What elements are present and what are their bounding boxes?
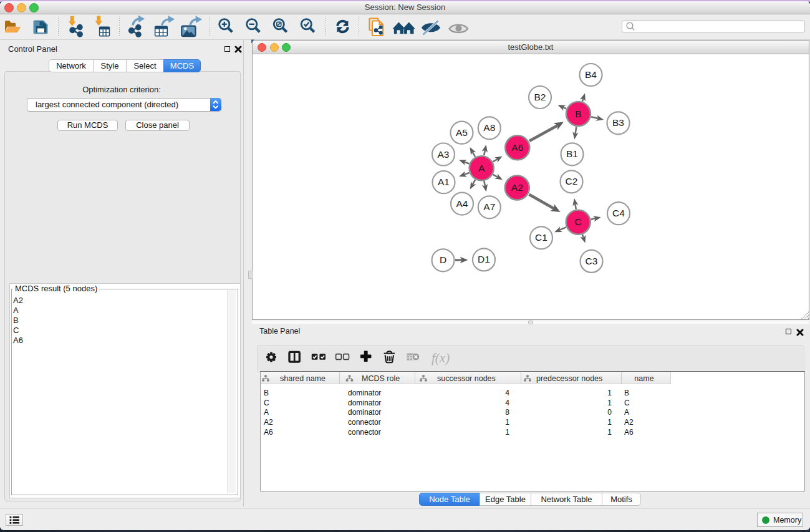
svg-text:A8: A8	[483, 122, 495, 133]
svg-text:4: 4	[505, 389, 509, 397]
svg-text:B: B	[624, 389, 629, 397]
svg-text:dominator: dominator	[348, 399, 381, 407]
svg-text:predecessor nodes: predecessor nodes	[536, 374, 602, 383]
svg-text:4: 4	[505, 399, 509, 407]
svg-text:dominator: dominator	[348, 408, 381, 417]
svg-text:1: 1	[607, 428, 612, 437]
svg-text:D1: D1	[478, 254, 490, 264]
svg-text:A6: A6	[624, 428, 634, 437]
svg-text:C4: C4	[612, 208, 625, 218]
svg-text:dominator: dominator	[348, 389, 381, 397]
svg-text:f(x): f(x)	[432, 351, 450, 365]
svg-text:1: 1	[607, 399, 612, 407]
svg-text:B3: B3	[612, 117, 624, 128]
svg-text:shared name: shared name	[280, 374, 325, 383]
svg-text:A3: A3	[438, 149, 450, 160]
svg-text:D: D	[440, 254, 446, 265]
svg-text:B: B	[575, 109, 581, 119]
svg-text:0: 0	[607, 408, 612, 417]
svg-text:A1: A1	[438, 177, 450, 187]
svg-text:A2: A2	[624, 418, 634, 427]
svg-text:successor nodes: successor nodes	[437, 374, 496, 383]
svg-text:B2: B2	[534, 92, 546, 102]
svg-text:A5: A5	[456, 127, 468, 138]
svg-text:A2: A2	[264, 418, 273, 427]
svg-text:A: A	[478, 163, 485, 173]
svg-text:A6: A6	[264, 428, 273, 437]
svg-text:C2: C2	[566, 176, 578, 186]
svg-text:MCDS role: MCDS role	[362, 374, 400, 383]
svg-text:1: 1	[607, 389, 612, 397]
svg-text:C: C	[264, 399, 269, 407]
svg-text:A6: A6	[511, 142, 523, 153]
svg-text:1: 1	[505, 418, 509, 427]
svg-text:C3: C3	[586, 256, 598, 266]
svg-text:A: A	[624, 408, 629, 417]
svg-text:1: 1	[607, 418, 612, 427]
svg-text:A2: A2	[511, 182, 523, 193]
svg-text:connector: connector	[348, 418, 381, 427]
svg-text:A7: A7	[483, 201, 495, 212]
svg-text:B4: B4	[585, 69, 597, 80]
svg-text:B: B	[264, 389, 269, 397]
svg-text:A: A	[264, 408, 269, 417]
svg-text:8: 8	[505, 408, 509, 417]
svg-text:C1: C1	[535, 232, 547, 243]
svg-text:A4: A4	[456, 198, 468, 209]
svg-text:C: C	[624, 399, 630, 407]
svg-text:B1: B1	[566, 148, 578, 159]
svg-text:1: 1	[505, 428, 509, 437]
svg-text:C: C	[575, 216, 582, 227]
svg-text:connector: connector	[348, 428, 381, 437]
svg-text:name: name	[634, 374, 653, 383]
